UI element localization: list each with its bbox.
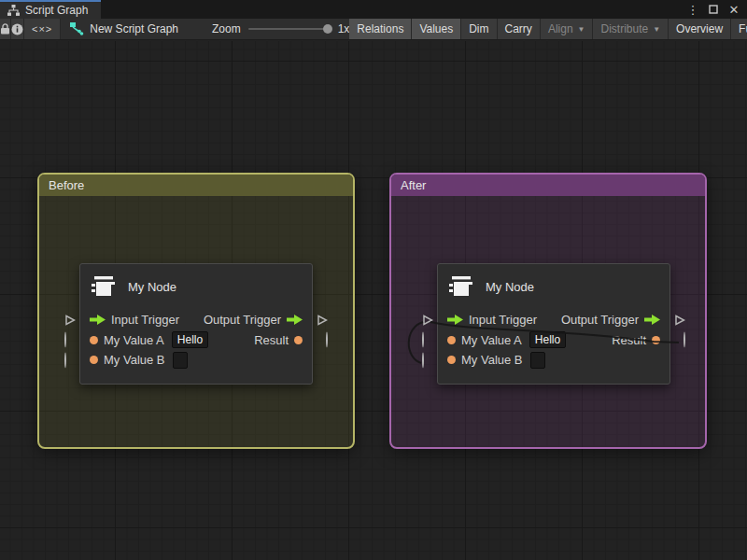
menu-kebab-icon[interactable]: ⋮ bbox=[685, 2, 700, 17]
group-after-header[interactable]: After bbox=[391, 175, 705, 196]
group-before-header[interactable]: Before bbox=[39, 175, 353, 196]
lock-icon bbox=[0, 23, 10, 35]
value-b-label: My Value B bbox=[461, 353, 523, 367]
zoom-slider-handle[interactable] bbox=[323, 24, 332, 34]
carry-toggle[interactable]: Carry bbox=[498, 19, 541, 39]
graph-toolbar: <×> New Script Graph Zoom 1x Relations V… bbox=[0, 19, 747, 40]
distribute-label: Distribute bbox=[600, 22, 648, 35]
tab-script-graph[interactable]: Script Graph bbox=[0, 0, 101, 19]
value-b-outer-port[interactable] bbox=[64, 353, 66, 367]
value-b-outer-port[interactable] bbox=[422, 353, 424, 367]
node-my-node-after[interactable]: My Node Input Trigger Output Trigger bbox=[437, 263, 670, 385]
fullscreen-button[interactable]: Full Screen bbox=[731, 19, 747, 39]
value-a-port-icon[interactable] bbox=[447, 336, 456, 344]
node-title: My Node bbox=[486, 280, 534, 294]
value-a-input[interactable]: Hello bbox=[172, 331, 208, 348]
align-dropdown[interactable]: Align ▼ bbox=[541, 19, 594, 39]
output-trigger-outer-port[interactable] bbox=[317, 315, 328, 326]
value-b-input[interactable] bbox=[530, 352, 545, 369]
info-icon bbox=[11, 23, 23, 35]
graph-title: New Script Graph bbox=[90, 22, 178, 35]
result-label: Result bbox=[254, 333, 289, 347]
result-outer-port[interactable] bbox=[326, 333, 328, 347]
trigger-in-icon[interactable] bbox=[447, 315, 463, 325]
result-label: Result bbox=[612, 333, 646, 347]
result-outer-port[interactable] bbox=[684, 333, 685, 347]
graph-canvas[interactable]: Before After My Node bbox=[0, 41, 747, 560]
zoom-value: 1x bbox=[338, 22, 350, 35]
value-a-label: My Value A bbox=[461, 333, 522, 347]
node-title: My Node bbox=[128, 280, 176, 294]
code-preview-button[interactable]: <×> bbox=[24, 19, 61, 39]
tab-label: Script Graph bbox=[25, 4, 88, 17]
result-port-icon[interactable] bbox=[294, 336, 303, 344]
maximize-icon[interactable] bbox=[706, 2, 721, 17]
value-a-label: My Value A bbox=[104, 333, 164, 347]
graph-tree-icon bbox=[7, 5, 20, 16]
input-trigger-label: Input Trigger bbox=[111, 313, 179, 327]
relations-toggle[interactable]: Relations bbox=[349, 19, 412, 39]
input-trigger-outer-port[interactable] bbox=[64, 315, 76, 326]
output-trigger-label: Output Trigger bbox=[561, 313, 639, 327]
trigger-out-icon[interactable] bbox=[287, 315, 303, 325]
titlebar-spacer bbox=[101, 0, 685, 19]
input-trigger-label: Input Trigger bbox=[469, 313, 537, 327]
zoom-slider[interactable] bbox=[248, 28, 331, 30]
port-row-value-a: My Value A Hello Result bbox=[438, 330, 669, 351]
value-a-outer-port[interactable] bbox=[64, 333, 66, 347]
input-trigger-outer-port[interactable] bbox=[422, 315, 433, 326]
port-row-triggers: Input Trigger Output Trigger bbox=[438, 310, 669, 330]
chevron-down-icon: ▼ bbox=[578, 25, 585, 34]
zoom-label: Zoom bbox=[212, 22, 241, 35]
value-a-input[interactable]: Hello bbox=[529, 331, 566, 348]
align-label: Align bbox=[548, 22, 573, 35]
group-after-title: After bbox=[401, 178, 426, 192]
value-b-port-icon[interactable] bbox=[90, 356, 98, 364]
window-titlebar: Script Graph ⋮ ✕ bbox=[0, 0, 747, 19]
value-a-outer-port[interactable] bbox=[422, 333, 424, 347]
script-graph-icon bbox=[70, 22, 84, 35]
value-b-port-icon[interactable] bbox=[447, 356, 456, 364]
value-b-label: My Value B bbox=[104, 353, 165, 367]
value-b-input[interactable] bbox=[173, 352, 188, 369]
values-toggle[interactable]: Values bbox=[412, 19, 461, 39]
distribute-dropdown[interactable]: Distribute ▼ bbox=[593, 19, 669, 39]
overview-button[interactable]: Overview bbox=[669, 19, 731, 39]
graph-breadcrumb[interactable]: New Script Graph bbox=[61, 19, 188, 39]
port-row-value-b: My Value B bbox=[80, 350, 312, 371]
port-row-triggers: Input Trigger Output Trigger bbox=[80, 310, 312, 330]
port-row-value-a: My Value A Hello Result bbox=[80, 330, 312, 351]
trigger-in-icon[interactable] bbox=[90, 315, 106, 325]
close-icon[interactable]: ✕ bbox=[726, 2, 741, 17]
dim-toggle[interactable]: Dim bbox=[461, 19, 497, 39]
chevron-down-icon: ▼ bbox=[653, 25, 660, 34]
trigger-out-icon[interactable] bbox=[644, 315, 660, 325]
lock-button[interactable] bbox=[0, 19, 11, 39]
node-my-node-before[interactable]: My Node Input Trigger Output Trigger bbox=[79, 263, 313, 385]
output-trigger-outer-port[interactable] bbox=[674, 315, 685, 326]
unit-node-icon bbox=[92, 274, 116, 299]
port-row-value-b: My Value B bbox=[438, 350, 669, 371]
group-before-title: Before bbox=[49, 178, 84, 192]
inspector-button[interactable] bbox=[11, 19, 24, 39]
result-port-icon[interactable] bbox=[652, 336, 660, 344]
value-a-port-icon[interactable] bbox=[90, 336, 98, 344]
output-trigger-label: Output Trigger bbox=[204, 313, 281, 327]
unit-node-icon bbox=[449, 274, 473, 299]
